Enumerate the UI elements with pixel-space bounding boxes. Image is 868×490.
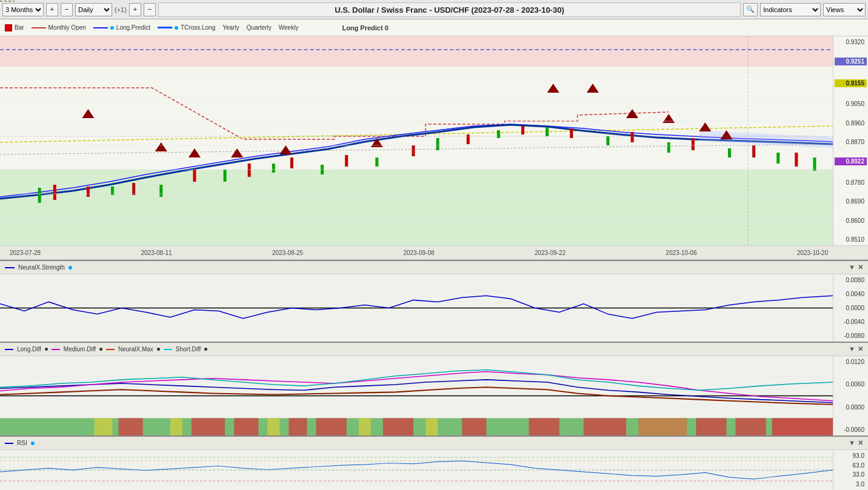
price-0.8870: 0.8870 [835, 139, 867, 145]
svg-rect-78 [638, 418, 687, 435]
svg-rect-66 [170, 418, 182, 435]
price-0.9320: 0.9320 [835, 39, 867, 45]
neuralx-axis: 0.0080 0.0040 0.0000 -0.0040 -0.0080 [833, 274, 868, 342]
svg-marker-42 [231, 148, 243, 157]
svg-rect-75 [462, 418, 486, 435]
svg-line-7 [0, 144, 833, 154]
neuralx-svg [0, 274, 833, 342]
svg-rect-64 [94, 418, 112, 435]
svg-rect-71 [316, 418, 347, 435]
svg-marker-47 [626, 109, 638, 118]
svg-marker-48 [663, 114, 675, 123]
svg-rect-79 [696, 418, 726, 435]
price-0.8960: 0.8960 [835, 120, 867, 127]
price-badge-0.9155: 0.9155 [835, 79, 867, 87]
price-0.8600: 0.8600 [835, 217, 867, 224]
price-0.9050: 0.9050 [835, 101, 867, 107]
rsi-chart[interactable] [0, 450, 833, 490]
diff-axis: 0.0120 0.0060 0.0000 -0.0060 [833, 356, 868, 435]
svg-marker-46 [587, 84, 599, 93]
price-badge-0.9251: 0.9251 [835, 58, 867, 65]
svg-rect-73 [383, 418, 413, 435]
rsi-y-33: 33.0 [835, 471, 867, 478]
svg-rect-3 [0, 36, 833, 67]
price-chart-container: 0.9320 0.9251 0.9155 0.9050 0.8960 0.887… [0, 36, 868, 245]
diff-y-0.0000: 0.0000 [835, 404, 867, 411]
svg-rect-70 [289, 418, 307, 435]
price-chart-area[interactable] [0, 36, 833, 245]
svg-rect-65 [119, 418, 143, 435]
svg-rect-77 [584, 418, 626, 435]
legend-weekly: Weekly [279, 24, 299, 31]
chart-wrapper: Bar Monthly Open Long.Predict TCross.Lon… [0, 19, 868, 490]
rsi-y-63: 63.0 [835, 462, 867, 469]
svg-rect-72 [359, 418, 371, 435]
neuralx-y--0.0040: -0.0040 [835, 319, 867, 325]
diff-chart[interactable] [0, 356, 833, 435]
price-0.8510: 0.8510 [835, 236, 867, 243]
svg-marker-39 [82, 109, 94, 118]
price-badge-0.8922: 0.8922 [835, 157, 867, 165]
diff-svg [0, 356, 833, 435]
rsi-body: 93.0 63.0 33.0 3.0 [0, 450, 868, 490]
neuralx-y--0.0080: -0.0080 [835, 333, 867, 339]
svg-rect-69 [267, 418, 279, 435]
svg-marker-40 [155, 142, 167, 151]
svg-marker-45 [547, 84, 559, 93]
rsi-y-3: 3.0 [835, 481, 867, 488]
rsi-axis: 93.0 63.0 33.0 3.0 [833, 450, 868, 490]
price-chart-svg [0, 36, 833, 245]
diff-y-0.0060: 0.0060 [835, 381, 867, 388]
neuralx-y-0.0080: 0.0080 [835, 277, 867, 283]
neuralx-body: 0.0080 0.0040 0.0000 -0.0040 -0.0080 [0, 274, 868, 342]
neuralx-y-0.0040: 0.0040 [835, 291, 867, 297]
svg-rect-80 [736, 418, 766, 435]
svg-rect-67 [192, 418, 225, 435]
rsi-y-93: 93.0 [835, 452, 867, 459]
price-0.8780: 0.8780 [835, 179, 867, 186]
svg-rect-68 [234, 418, 258, 435]
neuralx-y-0.0000: 0.0000 [835, 305, 867, 311]
svg-rect-81 [772, 418, 833, 435]
svg-marker-41 [189, 148, 201, 157]
neuralx-chart[interactable] [0, 274, 833, 342]
diff-y--0.0060: -0.0060 [835, 426, 867, 433]
price-axis: 0.9320 0.9251 0.9155 0.9050 0.8960 0.887… [833, 36, 868, 245]
svg-marker-43 [279, 145, 292, 154]
rsi-svg [0, 450, 833, 490]
legend-bar: Bar Monthly Open Long.Predict TCross.Lon… [0, 19, 868, 36]
diff-panel: Long.Diff Medium.Diff NeuralX.Max Short.… [0, 342, 868, 435]
svg-rect-76 [529, 418, 559, 435]
diff-y-0.0120: 0.0120 [835, 359, 867, 365]
svg-marker-49 [699, 122, 711, 131]
price-0.8690: 0.8690 [835, 198, 867, 205]
diff-body: 0.0120 0.0060 0.0000 -0.0060 [0, 356, 868, 435]
svg-rect-74 [426, 418, 438, 435]
